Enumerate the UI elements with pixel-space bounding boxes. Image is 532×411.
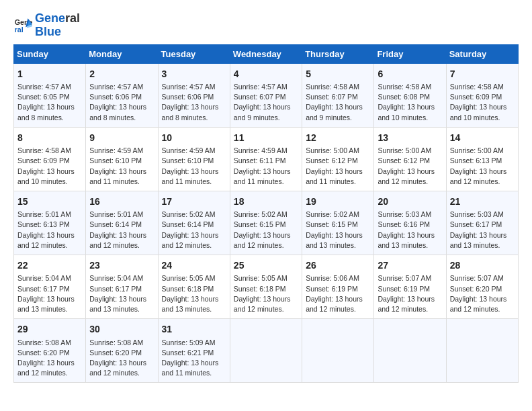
calendar-week-row: 8Sunrise: 4:58 AMSunset: 6:09 PMDaylight…	[14, 127, 519, 191]
day-header-monday: Monday	[86, 44, 158, 63]
calendar-cell: 9Sunrise: 4:59 AMSunset: 6:10 PMDaylight…	[86, 127, 158, 191]
day-number: 17	[162, 195, 226, 208]
day-info: Sunrise: 4:57 AMSunset: 6:06 PMDaylight:…	[162, 82, 226, 123]
day-number: 5	[306, 67, 370, 81]
calendar-cell: 26Sunrise: 5:06 AMSunset: 6:19 PMDayligh…	[302, 255, 374, 319]
calendar-cell: 16Sunrise: 5:01 AMSunset: 6:14 PMDayligh…	[86, 191, 158, 255]
calendar-cell: 12Sunrise: 5:00 AMSunset: 6:12 PMDayligh…	[302, 127, 374, 191]
day-info: Sunrise: 4:57 AMSunset: 6:06 PMDaylight:…	[89, 82, 154, 123]
day-info: Sunrise: 5:00 AMSunset: 6:12 PMDaylight:…	[378, 146, 442, 187]
calendar-cell: 8Sunrise: 4:58 AMSunset: 6:09 PMDaylight…	[14, 127, 86, 191]
calendar-cell: 23Sunrise: 5:04 AMSunset: 6:17 PMDayligh…	[86, 255, 158, 319]
day-info: Sunrise: 5:06 AMSunset: 6:19 PMDaylight:…	[306, 273, 370, 314]
day-header-tuesday: Tuesday	[158, 44, 230, 63]
day-number: 23	[89, 259, 154, 272]
day-info: Sunrise: 4:58 AMSunset: 6:09 PMDaylight:…	[450, 82, 515, 123]
day-number: 6	[378, 67, 442, 81]
calendar-cell: 19Sunrise: 5:02 AMSunset: 6:15 PMDayligh…	[302, 191, 374, 255]
day-info: Sunrise: 5:04 AMSunset: 6:17 PMDaylight:…	[17, 273, 82, 314]
day-info: Sunrise: 4:58 AMSunset: 6:08 PMDaylight:…	[378, 82, 442, 123]
calendar-cell	[374, 319, 446, 383]
day-info: Sunrise: 4:59 AMSunset: 6:10 PMDaylight:…	[89, 146, 154, 187]
calendar-header-row: SundayMondayTuesdayWednesdayThursdayFrid…	[14, 44, 519, 63]
day-info: Sunrise: 5:02 AMSunset: 6:15 PMDaylight:…	[234, 210, 298, 250]
logo-text2: Blue	[35, 26, 80, 39]
day-number: 19	[306, 195, 370, 208]
calendar-week-row: 29Sunrise: 5:08 AMSunset: 6:20 PMDayligh…	[14, 319, 519, 383]
day-info: Sunrise: 5:01 AMSunset: 6:14 PMDaylight:…	[89, 210, 154, 250]
svg-text:ral: ral	[15, 26, 24, 34]
day-number: 20	[378, 195, 442, 208]
day-number: 10	[162, 131, 226, 144]
calendar-cell: 17Sunrise: 5:02 AMSunset: 6:14 PMDayligh…	[158, 191, 230, 255]
day-number: 28	[450, 259, 515, 272]
calendar-cell	[230, 319, 302, 383]
calendar-cell: 27Sunrise: 5:07 AMSunset: 6:19 PMDayligh…	[374, 255, 446, 319]
day-number: 16	[89, 195, 154, 208]
day-number: 29	[17, 322, 82, 336]
day-number: 15	[17, 195, 82, 208]
calendar-cell	[446, 319, 518, 383]
day-info: Sunrise: 4:59 AMSunset: 6:10 PMDaylight:…	[162, 146, 226, 187]
day-number: 14	[450, 131, 515, 144]
calendar-cell: 18Sunrise: 5:02 AMSunset: 6:15 PMDayligh…	[230, 191, 302, 255]
day-number: 30	[89, 322, 154, 336]
day-info: Sunrise: 5:03 AMSunset: 6:17 PMDaylight:…	[450, 210, 515, 250]
calendar-week-row: 22Sunrise: 5:04 AMSunset: 6:17 PMDayligh…	[14, 255, 519, 319]
calendar-table: SundayMondayTuesdayWednesdayThursdayFrid…	[13, 44, 519, 383]
calendar-cell: 25Sunrise: 5:05 AMSunset: 6:18 PMDayligh…	[230, 255, 302, 319]
day-number: 7	[450, 67, 515, 81]
calendar-cell: 14Sunrise: 5:00 AMSunset: 6:13 PMDayligh…	[446, 127, 518, 191]
day-number: 24	[162, 259, 226, 272]
day-info: Sunrise: 5:00 AMSunset: 6:13 PMDaylight:…	[450, 146, 515, 187]
calendar-cell: 10Sunrise: 4:59 AMSunset: 6:10 PMDayligh…	[158, 127, 230, 191]
calendar-cell: 15Sunrise: 5:01 AMSunset: 6:13 PMDayligh…	[14, 191, 86, 255]
calendar-cell: 2Sunrise: 4:57 AMSunset: 6:06 PMDaylight…	[86, 63, 158, 127]
day-info: Sunrise: 4:57 AMSunset: 6:05 PMDaylight:…	[17, 82, 82, 123]
day-number: 1	[17, 67, 82, 81]
logo-icon: Gene ral	[13, 16, 32, 35]
day-header-sunday: Sunday	[14, 44, 86, 63]
day-info: Sunrise: 5:05 AMSunset: 6:18 PMDaylight:…	[162, 273, 226, 314]
logo: Gene ral General Blue	[13, 12, 80, 39]
calendar-cell	[302, 319, 374, 383]
day-number: 4	[234, 67, 298, 81]
day-info: Sunrise: 5:08 AMSunset: 6:20 PMDaylight:…	[89, 338, 154, 379]
day-number: 27	[378, 259, 442, 272]
calendar-cell: 24Sunrise: 5:05 AMSunset: 6:18 PMDayligh…	[158, 255, 230, 319]
page-header: Gene ral General Blue	[13, 12, 519, 39]
calendar-cell: 3Sunrise: 4:57 AMSunset: 6:06 PMDaylight…	[158, 63, 230, 127]
day-info: Sunrise: 5:08 AMSunset: 6:20 PMDaylight:…	[17, 338, 82, 379]
day-number: 9	[89, 131, 154, 144]
calendar-cell: 31Sunrise: 5:09 AMSunset: 6:21 PMDayligh…	[158, 319, 230, 383]
day-header-wednesday: Wednesday	[230, 44, 302, 63]
day-info: Sunrise: 5:00 AMSunset: 6:12 PMDaylight:…	[306, 146, 370, 187]
calendar-cell: 5Sunrise: 4:58 AMSunset: 6:07 PMDaylight…	[302, 63, 374, 127]
calendar-cell: 13Sunrise: 5:00 AMSunset: 6:12 PMDayligh…	[374, 127, 446, 191]
logo-text: General	[35, 12, 80, 26]
calendar-cell: 11Sunrise: 4:59 AMSunset: 6:11 PMDayligh…	[230, 127, 302, 191]
day-info: Sunrise: 5:07 AMSunset: 6:20 PMDaylight:…	[450, 273, 515, 314]
day-number: 18	[234, 195, 298, 208]
calendar-week-row: 1Sunrise: 4:57 AMSunset: 6:05 PMDaylight…	[14, 63, 519, 127]
day-header-saturday: Saturday	[446, 44, 518, 63]
day-number: 21	[450, 195, 515, 208]
day-info: Sunrise: 4:58 AMSunset: 6:09 PMDaylight:…	[17, 146, 82, 187]
day-header-thursday: Thursday	[302, 44, 374, 63]
day-number: 3	[162, 67, 226, 81]
day-number: 11	[234, 131, 298, 144]
calendar-cell: 20Sunrise: 5:03 AMSunset: 6:16 PMDayligh…	[374, 191, 446, 255]
day-info: Sunrise: 5:05 AMSunset: 6:18 PMDaylight:…	[234, 273, 298, 314]
day-info: Sunrise: 5:07 AMSunset: 6:19 PMDaylight:…	[378, 273, 442, 314]
calendar-cell: 30Sunrise: 5:08 AMSunset: 6:20 PMDayligh…	[86, 319, 158, 383]
day-number: 31	[162, 322, 226, 336]
calendar-cell: 28Sunrise: 5:07 AMSunset: 6:20 PMDayligh…	[446, 255, 518, 319]
day-info: Sunrise: 4:57 AMSunset: 6:07 PMDaylight:…	[234, 82, 298, 123]
day-number: 26	[306, 259, 370, 272]
day-info: Sunrise: 5:02 AMSunset: 6:14 PMDaylight:…	[162, 210, 226, 250]
calendar-cell: 1Sunrise: 4:57 AMSunset: 6:05 PMDaylight…	[14, 63, 86, 127]
calendar-cell: 6Sunrise: 4:58 AMSunset: 6:08 PMDaylight…	[374, 63, 446, 127]
calendar-cell: 4Sunrise: 4:57 AMSunset: 6:07 PMDaylight…	[230, 63, 302, 127]
day-info: Sunrise: 5:01 AMSunset: 6:13 PMDaylight:…	[17, 210, 82, 250]
day-number: 25	[234, 259, 298, 272]
